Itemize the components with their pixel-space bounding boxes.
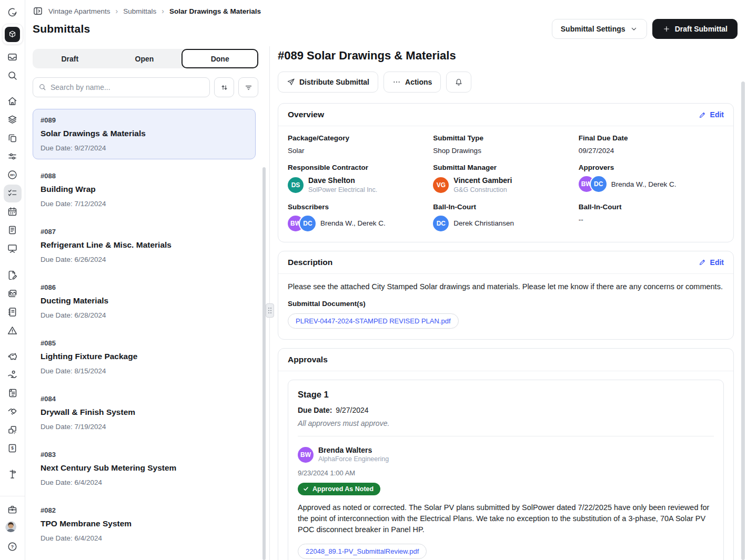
sort-button[interactable] — [214, 77, 234, 97]
rail-item-project-app[interactable] — [2, 24, 23, 45]
rail-item-documents[interactable] — [0, 129, 25, 147]
rail-item-daily-log[interactable] — [0, 303, 25, 321]
rail-item-search[interactable] — [0, 66, 25, 85]
rail-item-workflow[interactable] — [0, 147, 25, 166]
field-label: Submittal Type — [433, 134, 578, 142]
submittal-title: Lighting Fixture Package — [41, 352, 248, 361]
approval-attachment-link[interactable]: 22048_89.1-PV_SubmittalReview.pdf — [298, 544, 427, 559]
list-item[interactable]: #084 Drywall & Finish System Due Date: 7… — [33, 388, 256, 438]
submittal-due-date: Due Date: 7/19/2024 — [41, 423, 248, 431]
warning-triangle-icon — [7, 325, 18, 336]
list-item[interactable]: #082 TPO Membrane System Due Date: 6/4/2… — [33, 499, 256, 549]
rail-item-issues[interactable] — [0, 321, 25, 340]
stage-due-label: Due Date: — [298, 406, 332, 414]
signpost-icon — [7, 469, 18, 480]
brand-logo — [7, 7, 18, 18]
rail-item-submittals[interactable] — [0, 184, 25, 202]
description-edit-label: Edit — [710, 258, 724, 267]
rail-item-inbox[interactable] — [0, 48, 25, 66]
submittal-title: Solar Drawings & Materials — [41, 129, 248, 138]
tab-done[interactable]: Done — [181, 49, 258, 68]
rail-item-calendar[interactable] — [0, 202, 25, 221]
description-edit-button[interactable]: Edit — [699, 258, 724, 267]
chevron-down-icon — [630, 25, 638, 33]
panel-resize-handle[interactable] — [266, 303, 274, 318]
avatar: DC — [433, 216, 449, 231]
spec-document-icon — [7, 225, 18, 236]
submittal-settings-button[interactable]: Submittal Settings — [552, 19, 647, 39]
submittal-number: #088 — [41, 172, 248, 180]
page-title: Submittals — [33, 23, 90, 35]
rail-item-contracts[interactable] — [0, 384, 25, 402]
stage-due-date: Due Date:9/27/2024 — [298, 406, 714, 414]
rail-item-photos[interactable] — [0, 284, 25, 303]
rail-item-presentation[interactable] — [0, 239, 25, 258]
actions-button[interactable]: Actions — [383, 72, 441, 93]
actions-label: Actions — [405, 78, 432, 86]
overview-title: Overview — [288, 110, 324, 119]
pencil-icon — [699, 258, 706, 266]
rail-item-invoices[interactable]: $ — [0, 439, 25, 457]
document-link[interactable]: PLREV-0447-2024-STAMPED REVISED PLAN.pdf — [288, 313, 459, 329]
workflow-sliders-icon — [7, 151, 18, 162]
rail-item-directions[interactable] — [0, 465, 25, 483]
stage-title: Stage 1 — [298, 390, 714, 400]
status-tabs: Draft Open Done — [33, 49, 258, 68]
submittal-title: Next Century Sub Metering System — [41, 463, 248, 473]
notifications-button[interactable] — [446, 72, 471, 93]
breadcrumb-project[interactable]: Vintage Apartments — [48, 7, 110, 15]
draft-submittal-button[interactable]: Draft Submittal — [652, 19, 738, 39]
distribute-submittal-button[interactable]: Distribute Submittal — [278, 72, 378, 93]
list-item[interactable]: #085 Lighting Fixture Package Due Date: … — [33, 332, 256, 382]
left-rail: RFI — [0, 0, 25, 560]
field-ball-in-court-2: Ball-In-Court -- — [579, 203, 724, 231]
chevron-right-icon: › — [116, 7, 118, 15]
submittal-list-panel: Draft Open Done — [25, 46, 270, 560]
rail-item-commitments[interactable] — [0, 402, 25, 421]
avatar: DS — [288, 177, 304, 193]
field-submittal-manager: Submittal Manager VG Vincent Gamberi G&G… — [433, 164, 578, 194]
rail-item-rfi[interactable]: RFI — [0, 166, 25, 184]
rail-item-home[interactable] — [0, 92, 25, 110]
main-scrollbar[interactable] — [741, 82, 745, 560]
submittal-due-date: Due Date: 6/26/2024 — [41, 256, 248, 263]
filter-button[interactable] — [238, 77, 258, 97]
list-item[interactable]: #087 Refrigerant Line & Misc. Materials … — [33, 220, 256, 271]
person-name: Dave Shelton — [308, 176, 377, 186]
submittal-title: Drywall & Finish System — [41, 408, 248, 417]
detail-actions: Distribute Submittal Actions — [278, 72, 734, 93]
breadcrumb: Vintage Apartments › Submittals › Solar … — [33, 6, 261, 16]
breadcrumb-section[interactable]: Submittals — [123, 7, 156, 15]
rail-item-payments[interactable] — [0, 365, 25, 384]
tab-draft[interactable]: Draft — [33, 49, 107, 68]
list-item[interactable]: #088 Building Wrap Due Date: 7/12/2024 — [33, 165, 256, 215]
list-scrollbar[interactable] — [263, 167, 266, 560]
rail-item-profile[interactable] — [0, 519, 25, 537]
piggy-bank-icon — [7, 351, 18, 362]
sidebar-toggle-icon[interactable] — [33, 6, 43, 16]
submittal-due-date: Due Date: 7/12/2024 — [41, 200, 248, 208]
list-item[interactable]: #083 Next Century Sub Metering System Du… — [33, 443, 256, 494]
tab-open[interactable]: Open — [107, 49, 182, 68]
description-card: Description Edit Please see the attached… — [278, 251, 734, 340]
approver-names: Brenda W., Derek C. — [611, 180, 677, 188]
rail-item-drawings[interactable] — [0, 266, 25, 284]
rail-item-company[interactable] — [0, 501, 25, 519]
rail-item-specifications[interactable] — [0, 221, 25, 239]
submittal-title: Building Wrap — [41, 185, 248, 194]
rail-item-brand[interactable] — [0, 3, 25, 22]
person-company: SolPower Electrical Inc. — [308, 186, 377, 194]
approver-name: Brenda Walters — [318, 446, 389, 455]
rail-item-help[interactable]: ? — [0, 537, 25, 556]
topbar: Vintage Apartments › Submittals › Solar … — [25, 0, 747, 46]
rail-item-budget-bank[interactable] — [0, 347, 25, 365]
list-item[interactable]: #086 Ducting Materials Due Date: 6/28/20… — [33, 276, 256, 327]
rail-item-budget-codes[interactable] — [0, 421, 25, 439]
overview-edit-button[interactable]: Edit — [699, 110, 724, 119]
list-item[interactable]: #089 Solar Drawings & Materials Due Date… — [33, 109, 256, 159]
bell-icon — [455, 78, 463, 86]
rail-item-layers[interactable] — [0, 110, 25, 129]
search-input[interactable] — [33, 77, 210, 97]
overview-edit-label: Edit — [710, 110, 724, 119]
submittal-detail-panel: #089 Solar Drawings & Materials Distribu… — [270, 46, 747, 560]
